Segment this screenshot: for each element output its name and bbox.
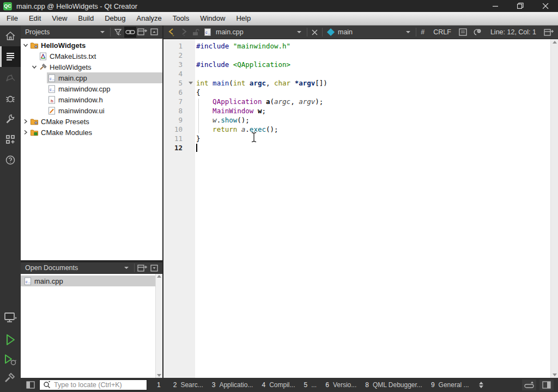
locator[interactable]	[39, 379, 147, 390]
menu-window[interactable]: Window	[195, 12, 231, 25]
symbol-dropdown-icon[interactable]	[406, 31, 410, 33]
code-line[interactable]: 12	[163, 143, 550, 152]
toggle-left-sidebar-icon[interactable]	[24, 379, 37, 390]
output-pane-label: Compil...	[269, 381, 295, 389]
svg-text:↔: ↔	[28, 281, 31, 284]
hide-pane-icon[interactable]	[148, 27, 160, 38]
tree-row[interactable]: c↔main.cpp	[21, 72, 162, 83]
progress-details-icon[interactable]	[522, 379, 536, 390]
mode-sidebar	[0, 26, 21, 392]
code-line[interactable]: 9 w.show();	[163, 115, 550, 125]
output-pane-button-4[interactable]: 4Compil...	[257, 378, 299, 392]
run-button[interactable]	[0, 330, 21, 350]
output-pane-number: 8	[365, 381, 369, 389]
filter-icon[interactable]	[112, 27, 124, 38]
svg-text:h: h	[51, 99, 53, 103]
sync-with-editor-icon[interactable]	[124, 27, 136, 38]
expander-open-icon[interactable]	[31, 64, 38, 70]
help-icon	[4, 154, 16, 166]
projects-panel-header: Projects	[21, 26, 162, 39]
mode-help[interactable]	[0, 150, 21, 170]
folder-gear-icon	[29, 41, 39, 49]
mode-welcome[interactable]	[0, 26, 21, 46]
menu-view[interactable]: View	[46, 12, 72, 25]
line-number: 1	[163, 41, 187, 51]
tree-row[interactable]: CMake Modules	[21, 127, 162, 138]
tree-row[interactable]: HelloWidgets	[21, 40, 162, 51]
tree-row[interactable]: HelloWidgets	[21, 62, 162, 72]
output-pane-button-8[interactable]: 8QML Debugger...	[361, 378, 427, 392]
toggle-right-sidebar-icon[interactable]	[539, 379, 554, 390]
menu-tools[interactable]: Tools	[167, 12, 195, 25]
menu-analyze[interactable]: Analyze	[131, 12, 167, 25]
expander-open-icon[interactable]	[22, 42, 29, 48]
mode-debug[interactable]	[0, 88, 21, 108]
editor-scrollbar[interactable]	[550, 39, 558, 378]
mode-extensions[interactable]	[0, 129, 21, 150]
projects-pane-dropdown[interactable]	[96, 27, 108, 38]
output-pane-button-1[interactable]: 1	[153, 378, 169, 392]
code-line[interactable]: 1#include "mainwindow.h"	[163, 41, 550, 51]
output-pane-button-9[interactable]: 9General ...	[427, 378, 474, 392]
fold-column	[187, 60, 195, 69]
file-dropdown-icon[interactable]	[297, 31, 301, 33]
minimize-button[interactable]	[483, 0, 508, 12]
output-pane-button-3[interactable]: 3Applicatio...	[208, 378, 258, 392]
current-symbol[interactable]: main	[336, 28, 355, 36]
split-icon[interactable]	[136, 262, 148, 273]
open-file-name[interactable]: main.cpp	[214, 28, 246, 36]
locator-input[interactable]	[54, 381, 147, 389]
back-arrow-icon[interactable]	[166, 26, 178, 38]
line-number: 8	[163, 106, 187, 115]
code-line[interactable]: 3#include <QApplication>	[163, 60, 550, 69]
document-settings-icon[interactable]	[457, 26, 470, 38]
run-debug-button[interactable]	[0, 350, 21, 370]
code-line[interactable]: 2	[163, 51, 550, 60]
line-ending-selector[interactable]: CRLF	[431, 28, 453, 36]
menu-help[interactable]: Help	[231, 12, 256, 25]
tree-row[interactable]: mainwindow.ui	[21, 105, 162, 116]
window-title: main.cpp @ HelloWidgets - Qt Creator	[16, 2, 137, 10]
folder-gear-icon	[29, 118, 39, 125]
code-line[interactable]: 7 QApplication a(argc, argv);	[163, 97, 550, 106]
close-pane-icon[interactable]	[148, 262, 160, 273]
output-pane-label: QML Debugger...	[373, 381, 422, 389]
tree-row[interactable]: CMake Presets	[21, 116, 162, 127]
close-document-icon[interactable]	[310, 26, 320, 38]
close-button[interactable]	[533, 0, 558, 12]
menu-build[interactable]: Build	[72, 12, 99, 25]
fold-marker-icon[interactable]	[187, 78, 195, 88]
code-line[interactable]: 8 MainWindow w;	[163, 106, 550, 115]
restore-button[interactable]	[508, 0, 533, 12]
split-icon[interactable]	[136, 27, 148, 38]
tree-row[interactable]: c↔mainwindow.cpp	[21, 83, 162, 94]
output-pane-button-5[interactable]: 5...	[300, 378, 322, 392]
expander-closed-icon[interactable]	[22, 130, 29, 135]
mode-projects[interactable]	[0, 108, 21, 129]
mode-edit[interactable]	[0, 46, 21, 67]
code-line[interactable]: 11}	[163, 134, 550, 143]
open-document-item[interactable]: c↔main.cpp	[21, 275, 155, 286]
tree-row[interactable]: CMakeLists.txt	[21, 51, 162, 62]
code-line[interactable]: 10 return a.exec();	[163, 125, 550, 134]
output-pane-button-6[interactable]: 6Versio...	[321, 378, 361, 392]
output-pane-button-2[interactable]: 2Searc...	[169, 378, 208, 392]
code-line[interactable]: 5int main(int argc, char *argv[])	[163, 78, 550, 88]
menu-edit[interactable]: Edit	[23, 12, 46, 25]
open-documents-scrollbar[interactable]	[155, 274, 162, 378]
open-documents-dropdown[interactable]	[120, 262, 132, 273]
split-editor-icon[interactable]	[542, 26, 556, 38]
bookmark-hash-button[interactable]: #	[418, 28, 427, 36]
code-text: return a.exec();	[195, 125, 278, 134]
menu-debug[interactable]: Debug	[99, 12, 131, 25]
tree-row[interactable]: hmainwindow.h	[21, 94, 162, 105]
menu-file[interactable]: File	[1, 12, 23, 25]
code-editor[interactable]: 1#include "mainwindow.h"23#include <QApp…	[163, 39, 550, 378]
build-button[interactable]	[0, 369, 21, 388]
kit-selector-button[interactable]	[0, 308, 21, 328]
code-line[interactable]: 6{	[163, 88, 550, 97]
code-line[interactable]: 4	[163, 69, 550, 78]
annotation-icon[interactable]	[470, 26, 484, 38]
expander-closed-icon[interactable]	[22, 119, 29, 124]
expand-collapse-arrows-icon[interactable]	[474, 382, 489, 388]
